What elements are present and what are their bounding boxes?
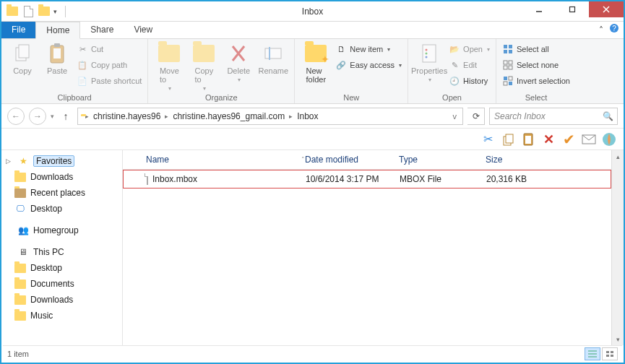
properties-button[interactable]: Properties▾ — [414, 42, 444, 83]
group-new: ✦New folder 🗋New item▾ 🔗Easy access▾ New — [295, 39, 408, 103]
paste-button[interactable]: Paste — [42, 42, 72, 75]
maximize-button[interactable] — [556, 1, 589, 17]
crumb-dropdown[interactable]: v — [450, 112, 460, 121]
shell-icon[interactable] — [602, 132, 616, 147]
breadcrumb[interactable]: ▸ christine.hayes96 ▸ christine.hayes96_… — [77, 108, 463, 125]
delete-x-icon[interactable]: ✕ — [541, 132, 556, 147]
forward-button[interactable]: → — [29, 108, 46, 125]
qat-dropdown[interactable]: ▾ — [53, 8, 61, 15]
pc-icon: 🖥 — [17, 246, 29, 258]
svg-point-17 — [426, 53, 428, 55]
nav-homegroup[interactable]: 👥Homegroup — [1, 222, 122, 238]
crumb-0[interactable]: christine.hayes96 — [93, 111, 160, 121]
crumb-1[interactable]: christine.hayes96_gmail.com — [173, 111, 285, 121]
svg-rect-21 — [504, 50, 507, 53]
scroll-up-icon[interactable]: ▴ — [612, 150, 624, 162]
svg-rect-34 — [525, 136, 531, 144]
col-type[interactable]: Type — [399, 155, 486, 165]
svg-rect-9 — [53, 48, 61, 58]
svg-rect-27 — [504, 77, 507, 80]
help-icon[interactable]: ? — [609, 23, 619, 35]
clipboard-icon[interactable] — [521, 132, 535, 147]
refresh-button[interactable]: ⟳ — [467, 108, 485, 125]
col-name[interactable]: Name˄ — [146, 155, 305, 165]
details-view-button[interactable] — [585, 347, 600, 360]
search-input[interactable] — [494, 111, 603, 121]
chevron-right-icon[interactable]: ▸ — [162, 113, 171, 120]
new-folder-button[interactable]: ✦New folder — [301, 42, 331, 84]
svg-rect-13 — [265, 48, 281, 58]
nav-recent-places[interactable]: Recent places — [1, 185, 122, 201]
nav-pc-downloads[interactable]: Downloads — [1, 292, 122, 308]
svg-point-16 — [426, 49, 428, 51]
edit-button[interactable]: ✎Edit — [449, 58, 490, 72]
qat-properties-icon[interactable] — [22, 5, 35, 18]
address-bar: ← → ▾ ↑ ▸ christine.hayes96 ▸ christine.… — [1, 104, 624, 129]
group-label-open: Open — [414, 92, 490, 102]
nav-pc-desktop[interactable]: Desktop — [1, 260, 122, 276]
folder-icon — [14, 278, 26, 290]
svg-rect-15 — [423, 45, 436, 62]
chevron-right-icon[interactable]: ▸ — [286, 113, 296, 120]
up-button[interactable]: ↑ — [59, 110, 73, 122]
copy-path-button[interactable]: 📋Copy path — [77, 58, 142, 72]
homegroup-icon: 👥 — [17, 225, 29, 236]
status-bar: 1 item — [3, 345, 622, 361]
paste-shortcut-button[interactable]: 📄Paste shortcut — [77, 74, 142, 88]
nav-pc-documents[interactable]: Documents — [1, 276, 122, 292]
tab-file[interactable]: File — [1, 22, 35, 38]
tab-share[interactable]: Share — [80, 22, 124, 38]
search-box[interactable]: 🔍 — [489, 108, 618, 125]
nav-downloads[interactable]: Downloads — [1, 169, 122, 185]
svg-rect-19 — [504, 45, 507, 48]
nav-favorites[interactable]: ▷★Favorites — [1, 153, 122, 169]
easy-access-button[interactable]: 🔗Easy access▾ — [335, 58, 402, 72]
minimize-button[interactable] — [522, 1, 556, 17]
mail-icon[interactable] — [582, 132, 596, 147]
file-type: MBOX File — [400, 174, 486, 184]
recent-locations[interactable]: ▾ — [51, 113, 54, 120]
col-date[interactable]: Date modified — [305, 155, 399, 165]
rename-button[interactable]: Rename — [258, 42, 288, 75]
svg-point-18 — [426, 56, 428, 58]
tab-home[interactable]: Home — [35, 22, 80, 39]
crumb-2[interactable]: Inbox — [297, 111, 318, 121]
minimize-ribbon-icon[interactable]: ˄ — [599, 25, 603, 35]
ribbon-tabs: File Home Share View — [1, 22, 624, 39]
scissors-icon[interactable]: ✂ — [480, 132, 495, 147]
check-icon[interactable]: ✔ — [561, 132, 576, 147]
scroll-down-icon[interactable]: ▾ — [612, 333, 624, 345]
move-to-button[interactable]: Move to▾ — [154, 42, 184, 92]
group-clipboard: Copy Paste ✂Cut 📋Copy path 📄Paste shortc… — [1, 39, 148, 103]
nav-desktop[interactable]: 🖵Desktop — [1, 201, 122, 217]
cut-button[interactable]: ✂Cut — [77, 42, 142, 56]
copy-button[interactable]: Copy — [7, 42, 38, 75]
search-icon[interactable]: 🔍 — [603, 111, 613, 121]
col-size[interactable]: Size — [486, 155, 551, 165]
group-label-organize: Organize — [154, 92, 288, 102]
svg-rect-40 — [606, 351, 609, 353]
select-none-button[interactable]: Select none — [502, 58, 570, 72]
svg-rect-24 — [509, 61, 512, 64]
file-row[interactable]: Inbox.mbox 10/6/2014 3:17 PM MBOX File 2… — [123, 170, 611, 188]
icons-view-button[interactable] — [602, 347, 618, 360]
qat-newfolder-icon[interactable] — [38, 5, 51, 18]
tab-view[interactable]: View — [124, 22, 163, 38]
nav-pc-music[interactable]: Music — [1, 308, 122, 324]
select-all-button[interactable]: Select all — [502, 42, 570, 56]
back-button[interactable]: ← — [7, 108, 25, 125]
open-button[interactable]: 📂Open▾ — [449, 42, 490, 56]
close-button[interactable] — [589, 1, 624, 17]
copy-icon[interactable] — [501, 132, 515, 147]
copy-to-button[interactable]: Copy to▾ — [189, 42, 219, 92]
invert-selection-button[interactable]: Invert selection — [502, 74, 570, 88]
svg-rect-41 — [611, 351, 613, 353]
delete-button[interactable]: Delete▾ — [223, 42, 254, 83]
new-item-button[interactable]: 🗋New item▾ — [335, 42, 402, 56]
group-label-new: New — [301, 92, 402, 102]
history-button[interactable]: 🕘History — [449, 74, 490, 88]
column-headers[interactable]: Name˄ Date modified Type Size — [123, 150, 611, 170]
scrollbar-vertical[interactable]: ▴ ▾ — [611, 150, 624, 345]
navigation-pane[interactable]: ▷★Favorites Downloads Recent places 🖵Des… — [1, 150, 123, 345]
nav-this-pc[interactable]: 🖥This PC — [1, 244, 122, 260]
